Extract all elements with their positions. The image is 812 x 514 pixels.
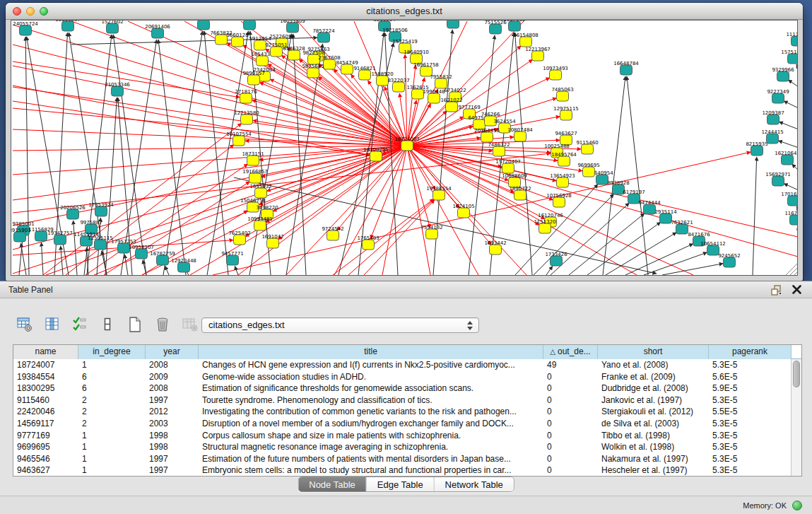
graph-node[interactable] xyxy=(557,177,569,187)
table-cell[interactable]: 2 xyxy=(78,406,146,418)
graph-node[interactable] xyxy=(370,151,382,161)
graph-edge[interactable] xyxy=(784,101,798,108)
graph-edge[interactable] xyxy=(13,146,407,200)
graph-edge[interactable] xyxy=(796,64,798,69)
table-cell[interactable]: 5.3E-5 xyxy=(709,418,792,430)
table-cell[interactable]: 0 xyxy=(543,406,598,418)
table-cell[interactable]: 9465546 xyxy=(13,453,78,465)
column-header-out_de[interactable]: △out_de... xyxy=(543,345,598,359)
table-cell[interactable]: Yano et al. (2008) xyxy=(598,359,709,371)
graph-node[interactable] xyxy=(520,37,532,47)
new-document-icon[interactable] xyxy=(126,315,144,334)
table-row[interactable]: 946362711997Embryonic stem cells: a mode… xyxy=(13,465,801,477)
table-cell[interactable]: Wolkin et al. (1998) xyxy=(598,441,709,453)
graph-edge[interactable] xyxy=(407,146,491,245)
graph-edge[interactable] xyxy=(644,252,707,275)
graph-node[interactable] xyxy=(558,156,570,166)
table-cell[interactable]: 1 xyxy=(78,465,146,477)
graph-node[interactable] xyxy=(493,146,505,156)
graph-node[interactable] xyxy=(267,238,279,248)
table-cell[interactable]: 1 xyxy=(78,430,146,442)
graph-node[interactable] xyxy=(553,197,565,207)
graph-node[interactable] xyxy=(254,40,266,50)
table-cell[interactable]: 0 xyxy=(543,441,598,453)
graph-edge[interactable] xyxy=(333,199,434,275)
table-settings-icon[interactable] xyxy=(16,315,34,334)
table-cell[interactable]: 5.3E-5 xyxy=(709,441,792,453)
graph-node[interactable] xyxy=(792,36,799,46)
table-cell[interactable]: 19384554 xyxy=(13,371,78,383)
graph-node[interactable] xyxy=(458,208,470,218)
table-cell[interactable]: 1997 xyxy=(146,465,199,477)
network-canvas[interactable]: 2405572410653257152760220691406846616010… xyxy=(11,21,798,276)
graph-node[interactable] xyxy=(359,70,371,80)
table-cell[interactable]: Embryonic stem cells: a model to study s… xyxy=(199,465,543,477)
graph-node[interactable] xyxy=(157,255,169,265)
graph-node[interactable] xyxy=(234,235,246,245)
graph-node[interactable] xyxy=(426,229,438,239)
graph-node[interactable] xyxy=(788,196,799,206)
table-row[interactable]: 911546021997Tourette syndrome. Phenomeno… xyxy=(13,395,801,407)
table-cell[interactable]: 1997 xyxy=(146,395,199,407)
table-cell[interactable]: 2008 xyxy=(146,382,199,395)
graph-node[interactable] xyxy=(54,235,66,245)
graph-node[interactable] xyxy=(560,110,572,120)
graph-node[interactable] xyxy=(318,33,330,42)
column-header-pagerank[interactable]: pagerank xyxy=(709,345,792,359)
graph-edge[interactable] xyxy=(13,86,370,155)
table-cell[interactable]: 1 xyxy=(78,359,146,371)
table-cell[interactable]: 0 xyxy=(543,465,598,477)
table-cell[interactable]: 1997 xyxy=(146,453,199,465)
graph-node[interactable] xyxy=(95,240,107,250)
table-cell[interactable]: de Silva et al. (2003) xyxy=(598,418,709,430)
graph-edge[interactable] xyxy=(515,33,532,275)
table-cell[interactable]: 22420046 xyxy=(13,406,78,418)
table-cell[interactable]: Stergiakouli et al. (2012) xyxy=(598,406,709,418)
table-cell[interactable]: 9463627 xyxy=(13,465,78,477)
table-cell[interactable]: Tourette syndrome. Phenomenology and cla… xyxy=(199,395,543,407)
window-titlebar[interactable]: citations_edges.txt xyxy=(6,3,803,20)
graph-node[interactable] xyxy=(557,91,569,101)
graph-node[interactable] xyxy=(777,71,789,81)
close-panel-icon[interactable] xyxy=(792,284,802,295)
graph-node[interactable] xyxy=(271,47,283,57)
graph-edge[interactable] xyxy=(784,184,798,190)
column-header-in_degree[interactable]: in_degree xyxy=(78,345,146,359)
column-header-title[interactable]: title xyxy=(199,345,543,359)
table-row[interactable]: 977716911998Corpus callosum shape and si… xyxy=(13,430,801,442)
graph-node[interactable] xyxy=(676,224,688,234)
graph-node[interactable] xyxy=(107,23,119,33)
graph-node[interactable] xyxy=(244,21,256,30)
graph-node[interactable] xyxy=(772,176,784,186)
table-cell[interactable]: 1998 xyxy=(146,441,199,453)
graph-node[interactable] xyxy=(582,144,594,154)
graph-node[interactable] xyxy=(481,132,493,142)
graph-node[interactable] xyxy=(248,75,260,85)
graph-node[interactable] xyxy=(644,204,656,214)
graph-node[interactable] xyxy=(724,257,736,267)
table-cell[interactable]: Genome-wide association studies in ADHD. xyxy=(199,371,543,383)
graph-edge[interactable] xyxy=(235,266,238,275)
tab-edge-table[interactable]: Edge Table xyxy=(367,477,435,491)
graph-node[interactable] xyxy=(307,68,319,78)
graph-node[interactable] xyxy=(502,163,514,173)
table-cell[interactable]: 18724007 xyxy=(13,359,78,371)
table-cell[interactable]: 0 xyxy=(543,453,598,465)
graph-edge[interactable] xyxy=(407,146,556,181)
table-cell[interactable]: Jankovic et al. (1997) xyxy=(598,395,709,407)
table-cell[interactable]: 2003 xyxy=(146,418,199,430)
graph-edge[interactable] xyxy=(124,255,128,275)
float-panel-icon[interactable] xyxy=(770,284,782,296)
table-row[interactable]: 1872400712008Changes of HCN gene express… xyxy=(13,359,801,371)
graph-node[interactable] xyxy=(95,206,107,216)
graph-node[interactable] xyxy=(118,243,130,253)
rows-icon[interactable] xyxy=(98,315,117,334)
table-cell[interactable]: 5.3E-5 xyxy=(709,465,792,477)
show-columns-icon[interactable] xyxy=(43,315,61,334)
resize-grip-icon[interactable] xyxy=(794,271,798,276)
table-row[interactable]: 2242004622012Investigating the contribut… xyxy=(13,406,801,418)
table-cell[interactable]: 2012 xyxy=(146,406,199,418)
table-cell[interactable]: Tibbo et al. (1998) xyxy=(598,430,709,442)
graph-node[interactable] xyxy=(551,256,563,266)
table-cell[interactable]: 6 xyxy=(78,371,146,383)
